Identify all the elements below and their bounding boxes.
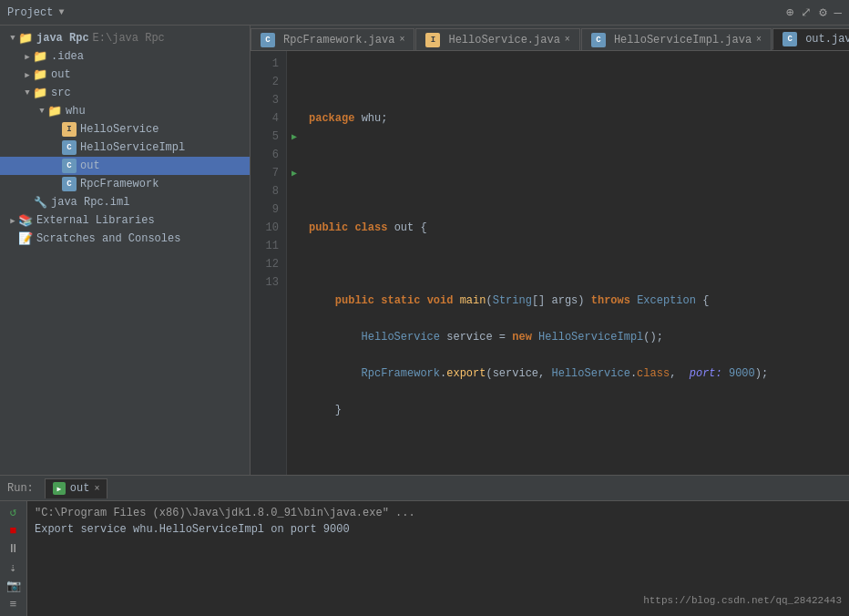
java-class-icon: C bbox=[62, 140, 77, 155]
iml-icon: 🔧 bbox=[33, 195, 47, 210]
item-label-whu: whu bbox=[66, 105, 86, 118]
item-label-helloservice: HelloService bbox=[80, 123, 159, 136]
java-class-icon: C bbox=[62, 177, 77, 191]
tab-helloservice[interactable]: I HelloService.java × bbox=[415, 28, 579, 50]
scratch-icon: 📝 bbox=[18, 231, 33, 246]
java-class-icon: C bbox=[62, 159, 77, 173]
folder-icon: 📁 bbox=[33, 86, 47, 100]
tab-label-rpcframework: RpcFramework.java bbox=[283, 34, 394, 46]
code-line-11 bbox=[302, 437, 849, 456]
title-bar: Project ▼ ⊕ ⤢ ⚙ — bbox=[0, 0, 849, 26]
dropdown-arrow-icon[interactable]: ▼ bbox=[58, 7, 64, 17]
run-panel: Run: ▶ out × ↺ ■ ⏸ ⇣ 📷 ≡ "C:\Program Fil… bbox=[0, 475, 849, 616]
toolbar-icons: ⊕ ⤢ ⚙ — bbox=[786, 5, 842, 20]
tab-label-helloserviceimpl: HelloServiceImpl.java bbox=[614, 34, 752, 46]
tree-item-src[interactable]: 📁 src bbox=[0, 84, 250, 102]
java-interface-icon: I bbox=[62, 122, 77, 137]
line-numbers: 1 2 3 4 5 6 7 8 9 10 11 12 13 bbox=[251, 51, 287, 475]
item-label-out-folder: out bbox=[51, 68, 71, 81]
item-path-java-rpc: E:\java Rpc bbox=[93, 32, 165, 45]
pause-button[interactable]: ⏸ bbox=[4, 542, 24, 557]
item-label-iml: java Rpc.iml bbox=[51, 196, 129, 209]
tab-label-out: out.java bbox=[805, 33, 849, 46]
code-line-4 bbox=[302, 182, 849, 200]
project-label: Project bbox=[7, 6, 53, 19]
code-content[interactable]: package whu; public class out { public s… bbox=[302, 51, 849, 475]
code-line-9: RpcFramework.export(service, HelloServic… bbox=[302, 364, 849, 383]
tree-item-out-class[interactable]: C out bbox=[0, 157, 250, 175]
tab-icon-c: C bbox=[261, 33, 275, 47]
tree-item-whu[interactable]: 📁 whu bbox=[0, 102, 250, 120]
settings-icon[interactable]: ⚙ bbox=[819, 5, 826, 20]
run-panel-tabs: Run: ▶ out × bbox=[0, 476, 849, 501]
tab-close-helloservice[interactable]: × bbox=[565, 35, 570, 45]
gutter: ▶ ▶ bbox=[287, 51, 302, 475]
run-arrow-line5[interactable]: ▶ bbox=[287, 128, 302, 146]
tree-item-external-libs[interactable]: 📚 External Libraries bbox=[0, 211, 250, 230]
arrow-icon bbox=[22, 52, 33, 62]
tree-item-helloservice[interactable]: I HelloService bbox=[0, 120, 250, 139]
tab-icon-c3: C bbox=[783, 32, 797, 46]
run-tab-out[interactable]: ▶ out × bbox=[45, 478, 108, 498]
tree-item-java-rpc[interactable]: 📁 java Rpc E:\java Rpc bbox=[0, 29, 250, 47]
run-content: ↺ ■ ⏸ ⇣ 📷 ≡ "C:\Program Files (x86)\Java… bbox=[0, 501, 849, 616]
main-content: 📁 java Rpc E:\java Rpc 📁 .idea 📁 out 📁 bbox=[0, 26, 849, 475]
arrow-icon bbox=[7, 34, 18, 43]
tab-icon-c2: C bbox=[591, 33, 606, 47]
code-editor[interactable]: 1 2 3 4 5 6 7 8 9 10 11 12 13 ▶ bbox=[251, 51, 849, 475]
project-header: Project ▼ bbox=[7, 6, 64, 19]
folder-icon: 📁 bbox=[47, 104, 62, 118]
tree-item-helloserviceimpl[interactable]: C HelloServiceImpl bbox=[0, 139, 250, 157]
list-view-button[interactable]: ≡ bbox=[4, 598, 24, 612]
tab-out[interactable]: C out.java × bbox=[772, 28, 849, 50]
run-tab-play-icon: ▶ bbox=[53, 482, 66, 495]
item-label-out-class: out bbox=[80, 159, 100, 172]
run-label: Run: bbox=[7, 482, 34, 495]
run-output: "C:\Program Files (x86)\Java\jdk1.8.0_91… bbox=[27, 501, 849, 616]
code-line-1 bbox=[302, 73, 849, 91]
stop-button[interactable]: ■ bbox=[4, 523, 24, 538]
item-label-java-rpc: java Rpc bbox=[36, 32, 89, 45]
editor-area: C RpcFramework.java × I HelloService.jav… bbox=[251, 26, 849, 475]
tab-label-helloservice: HelloService.java bbox=[448, 34, 559, 46]
rerun-button[interactable]: ↺ bbox=[4, 505, 24, 519]
arrow-icon bbox=[22, 88, 33, 98]
arrow-icon bbox=[22, 70, 33, 80]
tree-item-out-folder[interactable]: 📁 out bbox=[0, 66, 250, 84]
run-result-line: Export service whu.HelloServiceImpl on p… bbox=[35, 521, 842, 538]
run-arrow-line7[interactable]: ▶ bbox=[287, 164, 302, 182]
snapshot-button[interactable]: 📷 bbox=[4, 579, 24, 593]
code-line-3 bbox=[302, 146, 849, 164]
tree-item-rpcframework[interactable]: C RpcFramework bbox=[0, 175, 250, 193]
arrow-icon bbox=[7, 216, 18, 226]
item-label-rpcframework: RpcFramework bbox=[80, 178, 159, 190]
editor-tabs: C RpcFramework.java × I HelloService.jav… bbox=[251, 26, 849, 51]
tab-close-rpcframework[interactable]: × bbox=[399, 35, 404, 45]
code-line-10: } bbox=[302, 401, 849, 419]
tab-helloserviceimpl[interactable]: C HelloServiceImpl.java × bbox=[581, 28, 772, 50]
folder-icon: 📁 bbox=[18, 31, 33, 46]
minimize-icon[interactable]: — bbox=[834, 5, 842, 20]
folder-icon: 📁 bbox=[33, 67, 47, 82]
tab-rpcframework[interactable]: C RpcFramework.java × bbox=[251, 28, 414, 50]
code-line-7: public static void main(String[] args) t… bbox=[302, 292, 849, 310]
run-tab-close[interactable]: × bbox=[94, 484, 99, 494]
code-line-5: public class out { bbox=[302, 219, 849, 237]
sidebar: 📁 java Rpc E:\java Rpc 📁 .idea 📁 out 📁 bbox=[0, 26, 251, 475]
code-line-2: package whu; bbox=[302, 109, 849, 128]
libs-icon: 📚 bbox=[18, 213, 33, 228]
watermark: https://blog.csdn.net/qq_28422443 bbox=[643, 592, 842, 609]
run-tab-label: out bbox=[70, 482, 90, 495]
folder-icon: 📁 bbox=[33, 49, 47, 64]
arrow-icon bbox=[36, 107, 47, 116]
item-label-scratches: Scratches and Consoles bbox=[36, 232, 180, 245]
item-label-idea: .idea bbox=[51, 50, 84, 63]
item-label-external-libs: External Libraries bbox=[36, 214, 155, 227]
expand-icon[interactable]: ⤢ bbox=[801, 5, 812, 20]
tree-item-scratches[interactable]: 📝 Scratches and Consoles bbox=[0, 230, 250, 248]
tree-item-idea[interactable]: 📁 .idea bbox=[0, 47, 250, 66]
add-icon[interactable]: ⊕ bbox=[786, 5, 793, 20]
tab-close-helloserviceimpl[interactable]: × bbox=[756, 35, 762, 45]
scroll-end-button[interactable]: ⇣ bbox=[4, 560, 24, 575]
tree-item-iml[interactable]: 🔧 java Rpc.iml bbox=[0, 193, 250, 211]
